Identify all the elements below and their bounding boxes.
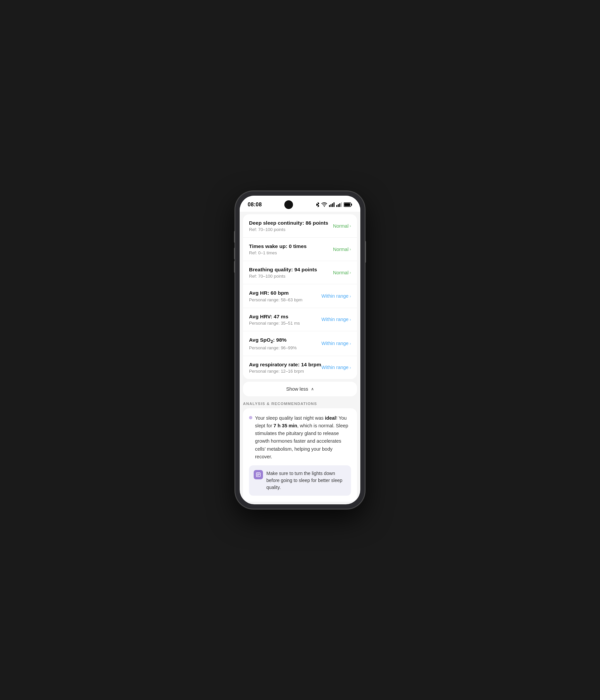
metric-title: Avg respiratory rate: 14 brpm [249,361,321,368]
metric-row-breathing[interactable]: Breathing quality: 94 points Ref: 70–100… [243,261,357,284]
recommendation-icon [254,470,263,479]
chevron-right-icon: › [350,365,351,370]
analysis-header: ANALYSIS & RECOMMENDATIONS [240,396,360,408]
recommendation-text: Make sure to turn the lights down before… [266,470,346,491]
show-less-button[interactable]: Show less ∧ [243,382,357,396]
svg-rect-2 [332,203,333,207]
status-bar: 08:08 [240,196,360,212]
metric-row-avg-spo2[interactable]: Avg SpO2: 98% Personal range: 96–99% Wit… [243,331,357,356]
chevron-right-icon: › [350,294,351,299]
battery-icon [344,202,352,207]
phone-frame: 08:08 [235,191,365,509]
metric-status[interactable]: Normal › [333,270,351,275]
analysis-bold2: 7 h 35 min [274,423,297,428]
chevron-right-icon: › [350,223,351,228]
camera-notch [284,200,293,209]
analysis-bold1: ideal [325,415,336,421]
metric-row-avg-hr[interactable]: Avg HR: 60 bpm Personal range: 58–63 bpm… [243,284,357,308]
signal-icon-2 [336,202,342,207]
metric-title: Times wake up: 0 times [249,243,333,250]
metric-status[interactable]: Within range › [321,293,351,299]
metric-ref: Ref: 70–100 points [249,227,333,232]
svg-rect-7 [341,202,342,207]
svg-rect-3 [333,202,334,207]
metric-row-avg-hrv[interactable]: Avg HRV: 47 ms Personal range: 35–51 ms … [243,308,357,331]
metric-status[interactable]: Within range › [321,341,351,346]
svg-rect-10 [344,203,350,206]
metric-title: Avg HR: 60 bpm [249,290,321,296]
analysis-prefix: Your sleep quality last night was [255,415,325,421]
chevron-right-icon: › [350,247,351,252]
metric-title: Deep sleep continuity: 86 points [249,220,333,226]
metric-row-respiratory[interactable]: Avg respiratory rate: 14 brpm Personal r… [243,356,357,379]
bluetooth-icon [316,202,320,207]
metric-info: Times wake up: 0 times Ref: 0–1 times [249,243,333,255]
metric-ref: Personal range: 35–51 ms [249,321,321,326]
metric-status[interactable]: Normal › [333,223,351,229]
show-less-label: Show less [286,386,308,392]
metric-info: Avg respiratory rate: 14 brpm Personal r… [249,361,321,374]
svg-rect-9 [351,204,352,206]
metric-info: Avg HR: 60 bpm Personal range: 58–63 bpm [249,290,321,302]
wifi-icon [321,202,327,207]
metric-info: Avg HRV: 47 ms Personal range: 35–51 ms [249,313,321,326]
analysis-text: Your sleep quality last night was ideal!… [249,414,351,461]
metric-info: Breathing quality: 94 points Ref: 70–100… [249,266,333,279]
metric-row-wake-up[interactable]: Times wake up: 0 times Ref: 0–1 times No… [243,238,357,261]
svg-rect-0 [329,205,330,207]
recommendation-box: Make sure to turn the lights down before… [249,465,351,496]
chevron-right-icon: › [350,341,351,346]
metric-status[interactable]: Within range › [321,317,351,322]
metric-info: Deep sleep continuity: 86 points Ref: 70… [249,220,333,232]
metric-row-deep-sleep[interactable]: Deep sleep continuity: 86 points Ref: 70… [243,214,357,238]
metric-ref: Ref: 0–1 times [249,250,333,255]
analysis-suffix: , which is normal. Sleep stimulates the … [255,423,348,459]
status-icons [316,202,352,207]
metric-title: Breathing quality: 94 points [249,266,333,273]
metric-title: Avg SpO2: 98% [249,337,321,345]
metric-ref: Personal range: 96–99% [249,345,321,350]
chevron-up-icon: ∧ [311,387,314,391]
svg-rect-4 [336,205,338,207]
metric-status[interactable]: Within range › [321,365,351,370]
svg-rect-6 [339,203,340,207]
metric-ref: Ref: 70–100 points [249,274,333,279]
analysis-body: Your sleep quality last night was ideal!… [255,414,351,461]
chevron-right-icon: › [350,317,351,322]
metric-info: Avg SpO2: 98% Personal range: 96–99% [249,337,321,350]
chevron-right-icon: › [350,270,351,275]
svg-rect-1 [330,204,331,207]
bullet-dot [249,416,252,419]
metric-title: Avg HRV: 47 ms [249,313,321,320]
phone-screen: 08:08 [240,196,360,504]
signal-icon-1 [329,202,335,207]
metric-ref: Personal range: 58–63 bpm [249,297,321,302]
metric-ref: Personal range: 12–16 brpm [249,369,321,374]
metrics-card: Deep sleep continuity: 86 points Ref: 70… [243,214,357,379]
status-time: 08:08 [248,202,262,208]
svg-rect-5 [338,204,339,207]
metric-status[interactable]: Normal › [333,247,351,252]
analysis-card: Your sleep quality last night was ideal!… [243,408,357,502]
